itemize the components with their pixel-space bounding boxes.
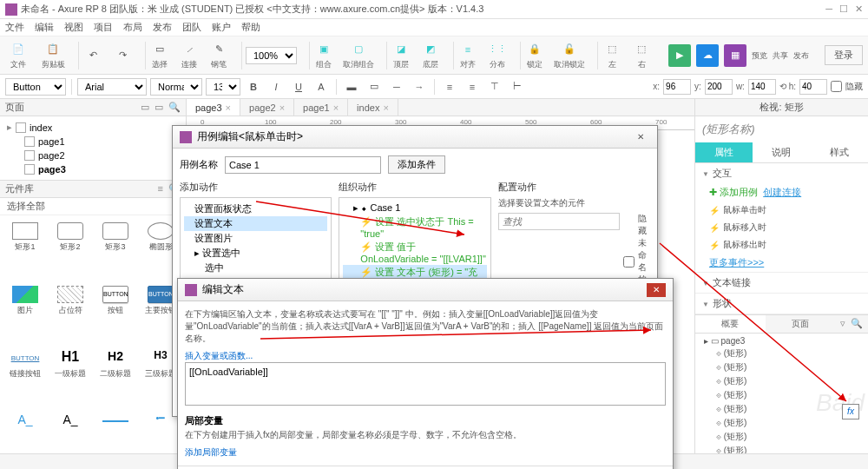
filter-icon[interactable]: ▿ (840, 318, 845, 330)
lock-icon[interactable]: 🔒 (524, 41, 545, 58)
shape-section[interactable]: 形状 (695, 294, 868, 314)
unlock-icon[interactable]: 🔓 (559, 41, 580, 58)
shape-link[interactable]: BUTTON链接按钮 (3, 346, 47, 407)
tab-style[interactable]: 样式 (811, 142, 868, 162)
add-condition-button[interactable]: 添加条件 (388, 155, 445, 174)
align-top-button[interactable]: ⊤ (485, 78, 504, 96)
menu-team[interactable]: 团队 (182, 21, 201, 34)
undo-icon[interactable]: ↶ (82, 47, 103, 64)
menu-file[interactable]: 文件 (5, 21, 24, 34)
search-icon[interactable]: 🔍 (168, 102, 181, 113)
widget-select[interactable]: Button (5, 78, 66, 96)
menu-account[interactable]: 账户 (212, 21, 231, 34)
event-click[interactable]: ⚡鼠标单击时 (695, 201, 868, 219)
right-icon[interactable]: ⬚ (631, 41, 652, 58)
arrow-button[interactable]: → (410, 78, 429, 96)
add-case-link[interactable]: ✚ 添加用例 (709, 187, 758, 197)
x-input[interactable] (663, 79, 691, 95)
overview-tab[interactable]: 概要 (695, 315, 766, 333)
front-icon[interactable]: ◪ (391, 41, 411, 58)
weight-select[interactable]: Normal (150, 78, 202, 96)
interaction-section[interactable]: 交互 (695, 163, 868, 183)
outline-root[interactable]: ▸ ▭ page3 (695, 335, 868, 347)
italic-button[interactable]: I (266, 78, 286, 96)
outline-item[interactable]: ⟐ (矩形) (695, 374, 868, 388)
tree-page2[interactable]: page2 (0, 149, 186, 162)
align-icon[interactable]: ≡ (457, 41, 478, 58)
textlink-section[interactable]: 文本链接 (695, 273, 868, 293)
back-icon[interactable]: ◩ (420, 41, 441, 58)
tab-notes[interactable]: 说明 (753, 142, 810, 162)
page-tab[interactable]: 页面 (766, 315, 836, 333)
more-events-link[interactable]: 更多事件>>> (709, 257, 764, 268)
ungroup-icon[interactable]: ▢ (348, 41, 369, 58)
menu-view[interactable]: 视图 (64, 21, 83, 34)
distribute-icon[interactable]: ⋮⋮ (487, 41, 508, 58)
color-button[interactable]: A (312, 78, 331, 96)
align-middle-button[interactable]: ⊢ (508, 78, 527, 96)
create-link[interactable]: 创建连接 (763, 187, 801, 197)
dialog-close-button[interactable]: ✕ (631, 130, 650, 144)
preview-button[interactable]: ▶ (668, 44, 691, 67)
shape-h2[interactable]: H2二级标题 (94, 346, 137, 407)
border-button[interactable]: ▭ (365, 78, 384, 96)
tab-page3[interactable]: page3× (187, 99, 240, 116)
menu-edit[interactable]: 编辑 (35, 21, 54, 34)
redo-icon[interactable]: ↷ (112, 47, 133, 64)
clipboard-icon[interactable]: 📋 (40, 41, 66, 58)
add-page-icon[interactable]: ▭ (141, 102, 149, 113)
shape-image[interactable]: 图片 (3, 282, 47, 344)
y-input[interactable] (705, 79, 733, 95)
shape-rect3[interactable]: 矩形3 (94, 219, 137, 281)
shape-h1[interactable]: H1一级标题 (49, 346, 92, 407)
menu-help[interactable]: 帮助 (241, 21, 260, 34)
connect-icon[interactable]: ⟋ (179, 41, 200, 58)
line-button[interactable]: ─ (387, 78, 406, 96)
event-mousein[interactable]: ⚡鼠标移入时 (695, 219, 868, 236)
h-input[interactable] (799, 79, 827, 95)
editor-textarea[interactable]: [[OnLoadVariable]] (185, 362, 666, 406)
lib-menu-icon[interactable]: ≡ (158, 183, 163, 195)
shape-rect2[interactable]: 矩形2 (49, 219, 92, 281)
tab-properties[interactable]: 属性 (695, 142, 753, 162)
select-all-label[interactable]: 选择全部 (0, 198, 186, 215)
case-name-input[interactable] (225, 156, 381, 174)
editor-close-button[interactable]: ✕ (647, 283, 666, 297)
outline-item[interactable]: ⟐ (矩形) (695, 347, 868, 360)
insert-var-link[interactable]: 插入变量或函数... (185, 351, 253, 360)
tab-page2[interactable]: page2× (240, 99, 294, 116)
outline-item[interactable]: ⟐ (矩形) (695, 430, 868, 444)
pen-icon[interactable]: ✎ (208, 41, 229, 58)
shape-placeholder[interactable]: 占位符 (49, 282, 92, 344)
close-icon[interactable]: ✕ (855, 3, 863, 15)
group-icon[interactable]: ▣ (313, 41, 334, 58)
tree-page1[interactable]: page1 (0, 135, 186, 149)
menu-layout[interactable]: 布局 (123, 21, 142, 34)
underline-button[interactable]: U (289, 78, 308, 96)
publish-button[interactable]: ▦ (724, 44, 746, 67)
w-input[interactable] (748, 79, 776, 95)
file-icon[interactable]: 📄 (5, 41, 31, 58)
tree-root[interactable]: ▸index (0, 120, 186, 135)
close-tab-icon[interactable]: × (226, 102, 231, 113)
shape-name-field[interactable]: (矩形名称) (695, 116, 868, 142)
left-icon[interactable]: ⬚ (602, 41, 622, 58)
config-search-input[interactable] (498, 213, 620, 230)
size-select[interactable]: 13 (206, 78, 240, 96)
maximize-icon[interactable]: ☐ (839, 3, 848, 15)
menu-publish[interactable]: 发布 (153, 21, 172, 34)
align-left-button[interactable]: ≡ (440, 78, 459, 96)
minimize-icon[interactable]: ─ (825, 3, 832, 15)
bold-button[interactable]: B (244, 78, 263, 96)
add-folder-icon[interactable]: ▭ (155, 102, 163, 113)
add-local-var-link[interactable]: 添加局部变量 (185, 447, 237, 457)
fill-button[interactable]: ▬ (342, 78, 361, 96)
menu-project[interactable]: 项目 (94, 21, 113, 34)
login-button[interactable]: 登录 (825, 45, 863, 65)
shape-button[interactable]: BUTTON按钮 (94, 282, 137, 344)
zoom-select[interactable]: 100% (246, 47, 297, 64)
tree-page3[interactable]: page3 (0, 162, 186, 176)
tab-page1[interactable]: page1× (294, 99, 348, 116)
tab-index[interactable]: index× (348, 99, 398, 116)
search2-icon[interactable]: 🔍 (851, 318, 863, 330)
